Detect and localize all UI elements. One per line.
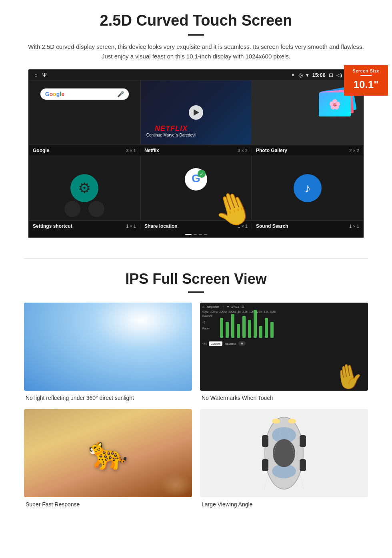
- amp-balance-label: Balance: [202, 315, 218, 317]
- google-search-bar[interactable]: Google 🎤: [40, 88, 129, 100]
- google-label: Google: [33, 148, 49, 153]
- netflix-subtitle: Continue Marvel's Daredevil: [146, 133, 196, 137]
- label-sound-search: Sound Search 1 × 1: [252, 223, 363, 229]
- app-grid-top: Google 🎤: [29, 80, 363, 145]
- bluetooth-icon: ✦: [291, 72, 295, 78]
- dot-1: [194, 234, 197, 235]
- google-preview: Google 🎤: [29, 80, 140, 145]
- eq-bar-3: [231, 314, 234, 338]
- dot-3: [204, 234, 207, 235]
- section1-title: 2.5D Curved Touch Screen: [24, 12, 368, 29]
- feature-img-amplifier: ⌂ Amplifier ⋮ ▾ 17:33 ⊡ 60hz100hz200hz50…: [200, 303, 368, 391]
- photogallery-size: 2 × 2: [349, 148, 359, 153]
- amp-fader-label: Fader: [202, 327, 218, 330]
- share-preview: G ✓ 🤚: [141, 156, 252, 220]
- app-cell-netflix[interactable]: NETFLIX Continue Marvel's Daredevil: [140, 80, 252, 145]
- section-divider: [24, 258, 368, 259]
- feature-grid: No light reflecting under 360° direct su…: [24, 303, 368, 508]
- amp-toggle[interactable]: ◉: [238, 341, 246, 346]
- badge-size: 10.1": [354, 78, 379, 90]
- status-time: 15:06: [312, 72, 325, 78]
- app-cell-google[interactable]: Google 🎤: [29, 80, 140, 145]
- section2-underline: [188, 291, 204, 293]
- eq-bar-5: [242, 316, 246, 338]
- feature-img-sunlight: [24, 303, 192, 391]
- amp-volume-icon: ◁): [202, 321, 218, 324]
- cheetah-silhouette-icon: 🐆: [88, 434, 128, 472]
- amp-title: Amplifier: [207, 305, 219, 309]
- sunlight-image: [24, 303, 192, 391]
- app-cell-settings[interactable]: ⚙: [29, 156, 140, 221]
- gmaps-svg-icon: G ✓: [185, 168, 207, 191]
- flower-icon: 🌸: [329, 99, 341, 110]
- shadow-circle-2: [88, 201, 104, 217]
- settings-size: 1 × 1: [126, 224, 136, 229]
- app-labels-row2: Settings shortcut 1 × 1 Share location 1…: [29, 221, 363, 231]
- mic-icon[interactable]: 🎤: [117, 91, 124, 97]
- svg-text:✓: ✓: [200, 171, 204, 177]
- volume-icon: ◁): [336, 72, 342, 78]
- play-triangle-icon: [194, 109, 199, 116]
- netflix-preview: NETFLIX Continue Marvel's Daredevil: [141, 80, 252, 145]
- settings-icon-circle: ⚙: [70, 174, 98, 202]
- photogallery-label: Photo Gallery: [256, 148, 287, 153]
- shadow-circle-1: [64, 201, 80, 217]
- android-screen: ⌂ Ψ ✦ ◎ ▾ 15:06 ⊡ ◁) ⊠ ▭: [28, 69, 364, 238]
- car-svg: [260, 413, 308, 493]
- label-photogallery: Photo Gallery 2 × 2: [252, 148, 363, 153]
- amp-eq-bars: [220, 306, 366, 338]
- camera-icon: ⊡: [329, 72, 333, 78]
- badge-label: Screen Size: [350, 68, 382, 73]
- sound-search-size: 1 × 1: [349, 224, 359, 229]
- share-location-size: 1 × 1: [238, 224, 248, 229]
- feature-caption-amplifier: No Watermarks When Touch: [200, 395, 368, 401]
- feature-caption-car: Large Viewing Angle: [200, 501, 368, 508]
- section1-description: With 2.5D curved-display screen, this de…: [24, 42, 368, 61]
- status-left: ⌂ Ψ: [34, 72, 47, 78]
- netflix-size: 3 × 2: [238, 148, 248, 153]
- play-button[interactable]: [189, 105, 203, 120]
- feature-img-cheetah: 🐆: [24, 409, 192, 497]
- screen-mockup-wrapper: Screen Size 10.1" ⌂ Ψ ✦ ◎ ▾ 15:06 ⊡ ◁): [28, 69, 364, 238]
- app-labels-row1: Google 3 × 1 Netflix 3 × 2 Photo Gallery…: [29, 145, 363, 156]
- eq-bar-9: [265, 318, 268, 338]
- car-image: [200, 409, 368, 497]
- app-cell-share-location[interactable]: G ✓ 🤚: [140, 156, 252, 221]
- section2-title: IPS Full Screen View: [24, 271, 368, 287]
- feature-car: Large Viewing Angle: [200, 409, 368, 508]
- sound-search-label: Sound Search: [256, 223, 288, 229]
- label-google: Google 3 × 1: [29, 148, 140, 153]
- gmaps-icon-wrapper: G ✓: [185, 168, 207, 192]
- cheetah-image: 🐆: [24, 409, 192, 497]
- wifi-icon: ▾: [306, 72, 309, 78]
- music-note-icon: ♪: [304, 181, 311, 196]
- dot-active: [185, 234, 192, 235]
- label-settings: Settings shortcut 1 × 1: [29, 223, 140, 229]
- eq-bar-1: [220, 318, 223, 338]
- svg-rect-10: [262, 459, 268, 471]
- sound-preview: ♪: [252, 156, 363, 220]
- status-bar: ⌂ Ψ ✦ ◎ ▾ 15:06 ⊡ ◁) ⊠ ▭: [29, 70, 363, 80]
- badge-underline: [360, 75, 372, 76]
- svg-rect-11: [300, 459, 306, 471]
- feature-cheetah: 🐆 Super Fast Response: [24, 409, 192, 508]
- music-button-circle: ♪: [294, 174, 322, 202]
- svg-point-12: [272, 419, 280, 424]
- amp-loudness-label: loudness: [225, 342, 236, 345]
- shadow-icons: [29, 201, 140, 220]
- usb-icon: Ψ: [42, 72, 47, 78]
- feature-caption-cheetah: Super Fast Response: [24, 501, 192, 508]
- svg-point-13: [288, 419, 296, 424]
- home-icon[interactable]: ⌂: [34, 72, 38, 78]
- touch-hand-icon: ✋: [332, 360, 366, 391]
- section1-underline: [188, 34, 204, 36]
- netflix-logo-overlay: NETFLIX Continue Marvel's Daredevil: [146, 124, 196, 137]
- netflix-logo-text: NETFLIX: [146, 124, 196, 133]
- eq-bar-6: [248, 320, 251, 338]
- google-logo: Google: [45, 91, 64, 97]
- app-cell-sound-search[interactable]: ♪: [252, 156, 363, 221]
- amp-custom-btn[interactable]: Custom: [209, 341, 222, 346]
- svg-rect-8: [262, 435, 268, 447]
- gear-icon: ⚙: [78, 180, 91, 197]
- settings-preview: ⚙: [29, 156, 140, 220]
